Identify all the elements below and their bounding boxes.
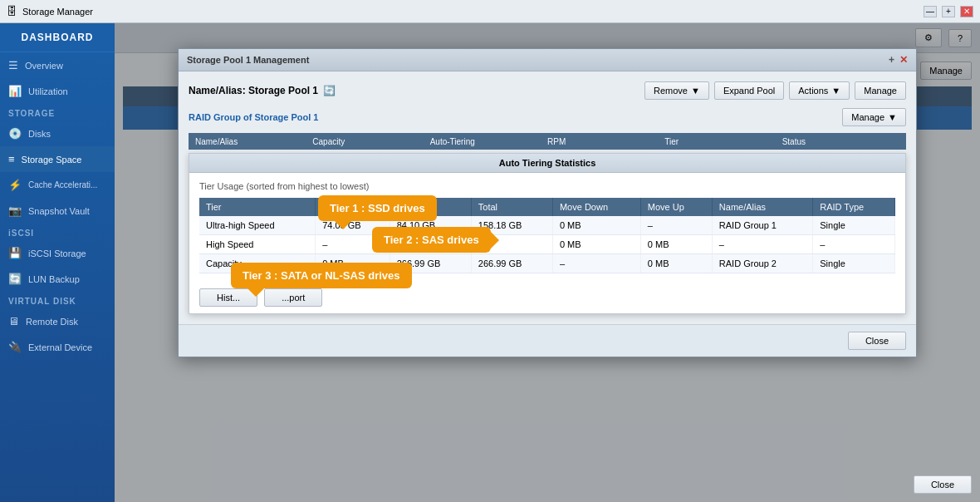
raid-group-label: RAID Group of Storage Pool 1 [189,112,318,122]
tooltip-tier2: Tier 2 : SAS drives [372,227,491,253]
dialog-close-button[interactable]: Close [848,332,906,350]
bg-close-area: Close [914,475,972,494]
dialog-bottom: Close [179,324,916,357]
cell-tier: Ultra-high Speed [199,216,316,235]
cell-move-down: 0 MB [552,235,640,254]
sidebar-label-lun: LUN Backup [28,274,80,284]
sidebar-item-lun[interactable]: 🔄 LUN Backup [0,266,115,292]
external-icon: 🔌 [8,341,22,353]
overview-icon: ☰ [8,59,18,71]
lun-icon: 🔄 [8,273,22,285]
table-row: Ultra-high Speed 74.08 GB 84.10 GB 158.1… [199,216,895,235]
pool-dialog-titlebar: Storage Pool 1 Management + ✕ [179,49,916,71]
sidebar-item-external[interactable]: 🔌 External Device [0,334,115,360]
dashboard-header: DASHBOARD [0,23,115,52]
cell-move-up: 0 MB [640,235,712,254]
col-move-down: Move Down [552,198,640,216]
actions-button[interactable]: Actions ▼ [789,81,850,100]
dialog-overlay: Storage Pool 1 Management + ✕ Name/Alias… [115,23,980,502]
pool-name: Name/Alias: Storage Pool 1 🔄 [189,85,336,96]
sidebar-label-cache: Cache Accelerati... [28,180,97,189]
sidebar-item-iscsi[interactable]: 💾 iSCSI Storage [0,240,115,266]
sidebar-label-iscsi: iSCSI Storage [28,249,86,258]
col-name: Name/Alias [712,198,812,216]
cache-icon: ⚡ [8,179,22,191]
pool-dialog-title: Storage Pool 1 Management [187,55,309,65]
sidebar-label-remote: Remote Disk [26,317,78,327]
sidebar-item-remote[interactable]: 🖥 Remote Disk [0,308,115,334]
utilization-icon: 📊 [8,85,22,97]
col-move-up: Move Up [640,198,712,216]
sidebar-label-external: External Device [28,342,92,352]
disks-icon: 💿 [8,127,22,140]
maximize-button[interactable]: + [942,6,955,17]
export-button[interactable]: ...port [264,288,322,307]
remove-button[interactable]: Remove ▼ [644,81,709,100]
minimize-button[interactable]: — [924,6,937,17]
app-title: Storage Manager [22,7,93,17]
cell-raid-type: Single [813,254,895,273]
dialog-add-button[interactable]: + [889,54,894,66]
pool-dialog-content: Name/Alias: Storage Pool 1 🔄 Remove ▼ Ex… [179,71,916,324]
tooltip-tier1: Tier 1 : SSD drives [318,195,437,221]
cell-total: 266.99 GB [471,254,552,273]
col-tier: Tier [199,198,316,216]
sidebar-item-overview[interactable]: ☰ Overview [0,52,115,78]
pool-name-label: Name/Alias: Storage Pool 1 [189,85,318,96]
dialog-close-icon[interactable]: ✕ [899,54,908,66]
title-bar: 🗄 Storage Manager — + ✕ [0,0,980,23]
cell-move-up: – [640,216,712,235]
stats-title: Auto Tiering Statistics [499,158,596,168]
cell-move-down: – [552,254,640,273]
sidebar-label-overview: Overview [25,61,63,71]
sidebar-item-cache[interactable]: ⚡ Cache Accelerati... [0,172,115,198]
sidebar-item-disks[interactable]: 💿 Disks [0,121,115,146]
sidebar-item-snapshot[interactable]: 📷 Snapshot Vault [0,198,115,224]
dialog-title-controls: + ✕ [889,54,908,66]
stats-subtitle: Tier Usage (sorted from highest to lowes… [199,181,895,191]
col-total: Total [471,198,552,216]
sidebar-item-utilization[interactable]: 📊 Utilization [0,78,115,104]
cell-tier: High Speed [199,235,316,254]
storage-section-label: STORAGE [0,104,115,121]
table-row: High Speed – – – 0 MB 0 MB – – [199,235,895,254]
stats-dialog: Auto Tiering Statistics Tier Usage (sort… [189,153,906,314]
remove-dropdown-icon: ▼ [691,86,700,96]
sidebar-item-storage-space[interactable]: ≡ Storage Space [0,146,115,172]
pool-refresh-icon[interactable]: 🔄 [323,85,336,96]
manage-button[interactable]: Manage [855,81,906,100]
cell-raid-type: – [813,235,895,254]
close-button[interactable]: ✕ [960,6,973,17]
tooltip-tier3: Tier 3 : SATA or NL-SAS drives [231,263,412,288]
window-controls: — + ✕ [924,6,973,17]
cell-move-down: 0 MB [552,216,640,235]
sidebar-label-storage-space: Storage Space [22,155,82,165]
cell-name: RAID Group 1 [712,216,812,235]
pool-dialog: Storage Pool 1 Management + ✕ Name/Alias… [178,48,917,357]
iscsi-icon: 💾 [8,247,22,259]
main-content: ⚙ ? Manage Storage Pool 1 Management + ✕ [115,23,980,502]
snapshot-icon: 📷 [8,204,22,217]
cell-name: RAID Group 2 [712,254,812,273]
col-raid-type: RAID Type [813,198,895,216]
raid-section: RAID Group of Storage Pool 1 Manage ▼ [189,108,906,126]
sidebar-label-disks: Disks [28,129,51,139]
iscsi-section-label: iSCSI [0,224,115,240]
virtual-section-label: VIRTUAL DISK [0,292,115,308]
sidebar-label-utilization: Utilization [28,86,68,96]
expand-pool-button[interactable]: Expand Pool [714,81,784,100]
cell-raid-type: Single [813,216,895,235]
app-icon: 🗄 [7,5,17,17]
pool-actions: Remove ▼ Expand Pool Actions ▼ Manage [644,81,906,100]
stats-dialog-titlebar: Auto Tiering Statistics [189,154,905,173]
pool-header: Name/Alias: Storage Pool 1 🔄 Remove ▼ Ex… [189,81,906,100]
raid-manage-button[interactable]: Manage ▼ [842,108,906,126]
raid-manage-dropdown-icon: ▼ [888,112,897,122]
bg-close-button[interactable]: Close [914,475,972,494]
cell-move-up: 0 MB [640,254,712,273]
actions-dropdown-icon: ▼ [831,86,840,96]
sidebar: DASHBOARD ☰ Overview 📊 Utilization STORA… [0,23,115,502]
cell-name: – [712,235,812,254]
sidebar-label-snapshot: Snapshot Vault [28,206,90,216]
remote-icon: 🖥 [8,315,19,327]
